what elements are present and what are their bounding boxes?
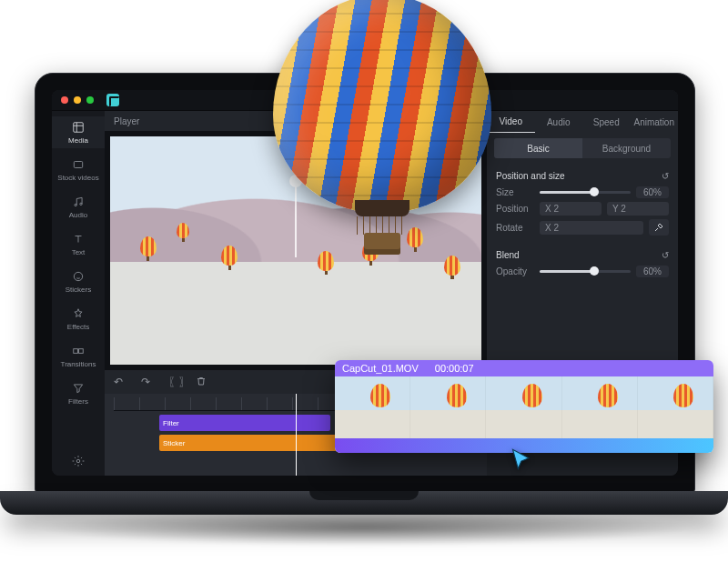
sidebar-item-transitions[interactable]: Transitions xyxy=(52,340,105,372)
text-icon xyxy=(71,232,86,246)
svg-point-4 xyxy=(74,272,82,280)
player-title: Player xyxy=(114,116,139,126)
sidebar-item-label: Stickers xyxy=(66,286,91,294)
window-close-button[interactable] xyxy=(61,96,68,104)
section-title: Blend xyxy=(496,250,520,260)
sidebar: Media Stock videos Audio Text xyxy=(52,111,105,476)
opacity-slider[interactable] xyxy=(540,270,631,273)
effects-icon xyxy=(71,306,86,321)
rotate-label: Rotate xyxy=(496,223,534,233)
sidebar-item-label: Filters xyxy=(68,397,88,406)
clip-popout[interactable]: CapCut_01.MOV 00:00:07 xyxy=(335,360,713,453)
window-minimize-button[interactable] xyxy=(74,96,81,104)
sidebar-item-label: Effects xyxy=(67,323,89,331)
svg-rect-1 xyxy=(74,162,82,168)
position-y-input[interactable]: Y 2 xyxy=(607,202,669,216)
stickers-icon xyxy=(71,269,86,284)
window-zoom-button[interactable] xyxy=(86,96,94,104)
sidebar-item-stickers[interactable]: Stickers xyxy=(52,266,105,297)
svg-rect-0 xyxy=(74,123,84,133)
tab-video[interactable]: Video xyxy=(487,111,535,133)
opacity-value: 60% xyxy=(636,266,669,277)
rotate-x-input[interactable]: X 2 xyxy=(540,221,643,235)
transitions-icon xyxy=(71,344,86,358)
size-slider[interactable] xyxy=(540,191,631,194)
playhead[interactable] xyxy=(296,394,297,476)
section-blend: Blend ↺ Opacity 60% xyxy=(487,243,678,285)
reset-position-button[interactable]: ↺ xyxy=(662,171,669,181)
subtab-basic[interactable]: Basic xyxy=(494,138,582,158)
inspector-subtabs: Basic Background xyxy=(494,138,671,158)
sidebar-item-effects[interactable]: Effects xyxy=(52,303,105,335)
size-label: Size xyxy=(496,187,534,197)
size-value: 60% xyxy=(636,186,669,198)
media-icon xyxy=(71,120,86,135)
sidebar-item-audio[interactable]: Audio xyxy=(52,191,105,223)
inspector-tabs: Video Audio Speed Animation xyxy=(487,111,678,133)
svg-rect-6 xyxy=(79,349,84,354)
clip-popout-header: CapCut_01.MOV 00:00:07 xyxy=(335,360,713,376)
player-viewport[interactable] xyxy=(105,131,487,370)
filters-icon xyxy=(71,381,86,396)
clip-filmstrip[interactable] xyxy=(335,376,713,438)
sidebar-item-media[interactable]: Media xyxy=(52,116,105,148)
sidebar-item-label: Audio xyxy=(69,211,87,219)
eyedropper-button[interactable] xyxy=(649,219,669,236)
redo-button[interactable]: ↷ xyxy=(141,376,154,388)
svg-point-3 xyxy=(80,203,82,205)
subtab-background[interactable]: Background xyxy=(582,138,671,158)
sidebar-item-text[interactable]: Text xyxy=(52,228,105,260)
stock-icon xyxy=(71,157,86,172)
sidebar-item-label: Stock videos xyxy=(57,174,98,182)
svg-rect-5 xyxy=(74,349,78,354)
tab-audio[interactable]: Audio xyxy=(535,111,583,133)
clip-filter[interactable]: Filter xyxy=(159,415,330,431)
section-position-size: Position and size ↺ Size 60% Position xyxy=(487,164,678,243)
app-logo-icon xyxy=(106,94,119,106)
video-frame xyxy=(110,136,481,365)
position-label: Position xyxy=(496,204,534,214)
sidebar-item-label: Text xyxy=(72,248,86,256)
gear-icon xyxy=(71,454,86,468)
window-titlebar xyxy=(52,90,678,111)
sidebar-item-filters[interactable]: Filters xyxy=(52,377,105,409)
clip-timestamp: 00:00:07 xyxy=(435,363,474,374)
opacity-label: Opacity xyxy=(496,266,534,276)
undo-button[interactable]: ↶ xyxy=(114,376,126,388)
svg-point-2 xyxy=(75,204,76,206)
sidebar-item-label: Transitions xyxy=(61,360,96,368)
sidebar-item-stock-videos[interactable]: Stock videos xyxy=(52,154,105,186)
svg-point-7 xyxy=(76,459,80,463)
reset-blend-button[interactable]: ↺ xyxy=(662,250,669,260)
sidebar-item-label: Media xyxy=(68,136,88,145)
player-header: Player xyxy=(105,111,487,131)
tab-speed[interactable]: Speed xyxy=(582,111,631,133)
position-x-input[interactable]: X 2 xyxy=(540,202,602,216)
sidebar-item-settings[interactable] xyxy=(52,450,105,476)
cursor-icon xyxy=(510,447,535,473)
split-button[interactable]: 〖〗 xyxy=(168,375,181,390)
audio-icon xyxy=(71,195,86,209)
section-title: Position and size xyxy=(496,171,565,181)
delete-button[interactable] xyxy=(196,376,208,389)
tab-animation[interactable]: Animation xyxy=(631,111,679,133)
clip-filename: CapCut_01.MOV xyxy=(342,363,419,374)
playhead-marker-icon[interactable] xyxy=(295,180,297,257)
